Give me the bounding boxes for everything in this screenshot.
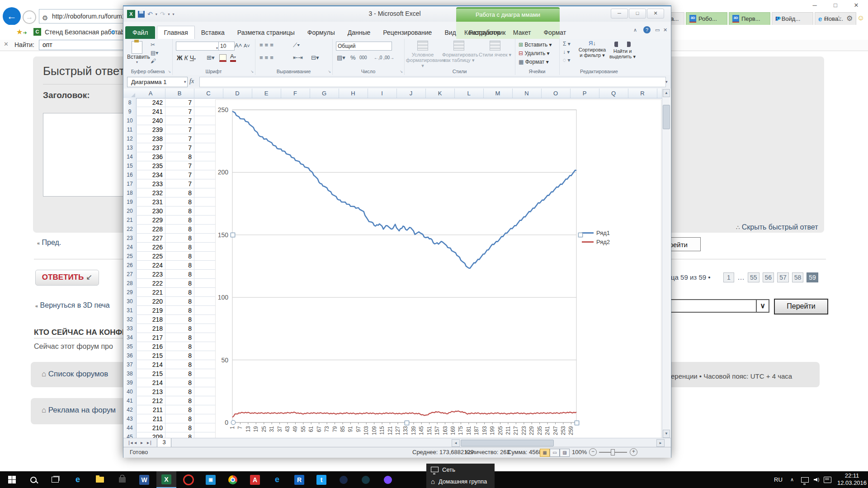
horizontal-scroll-thumb[interactable] <box>461 440 554 446</box>
column-header-R[interactable]: R <box>628 89 657 98</box>
clear-icon[interactable]: ◌ ▾ <box>563 57 571 64</box>
cell-A31[interactable]: 219 <box>136 306 165 315</box>
smiley-icon[interactable]: ☺ <box>857 14 864 22</box>
excel-close-button[interactable]: ✕ <box>647 9 664 19</box>
ribbon-tab-Главная[interactable]: Главная <box>157 26 194 39</box>
ribbon-tab-Вставка[interactable]: Вставка <box>195 26 231 39</box>
taskbar-app-file-explorer[interactable] <box>90 471 110 488</box>
cell-A32[interactable]: 218 <box>136 315 165 324</box>
cell-A26[interactable]: 224 <box>136 261 165 270</box>
column-header-P[interactable]: P <box>570 89 599 98</box>
taskbar-app-twitter[interactable]: t <box>311 471 331 488</box>
notifications-icon[interactable] <box>824 471 831 488</box>
column-header-G[interactable]: G <box>310 89 339 98</box>
cell-B29[interactable]: 8 <box>165 288 194 297</box>
column-header-K[interactable]: K <box>425 89 455 98</box>
taskbar-app-app-purple[interactable] <box>378 471 398 488</box>
column-header-E[interactable]: E <box>252 89 281 98</box>
start-button[interactable] <box>2 471 22 488</box>
selection-handle[interactable] <box>405 421 409 425</box>
network-icon[interactable] <box>801 471 809 488</box>
row-header-21[interactable]: 21 <box>123 216 137 225</box>
cell-A43[interactable]: 211 <box>136 414 165 423</box>
row-header-14[interactable]: 14 <box>123 152 137 162</box>
undo-icon[interactable]: ↶ <box>147 10 153 18</box>
column-header-A[interactable]: A <box>136 89 165 98</box>
cell-B42[interactable]: 8 <box>165 405 194 414</box>
row-header-44[interactable]: 44 <box>123 423 137 433</box>
home-icon[interactable]: ⌂ <box>824 14 828 22</box>
cell-B44[interactable]: 8 <box>165 423 194 432</box>
goto-button[interactable]: Перейти <box>774 299 828 314</box>
cell-A16[interactable]: 234 <box>136 170 165 179</box>
row-header-25[interactable]: 25 <box>123 252 137 261</box>
cell-A21[interactable]: 229 <box>136 216 165 225</box>
row-header-43[interactable]: 43 <box>123 414 137 424</box>
taskbar-app-photos[interactable]: ▣ <box>201 471 221 488</box>
row-header-45[interactable]: 45 <box>123 432 137 438</box>
row-header-32[interactable]: 32 <box>123 315 137 324</box>
clock[interactable]: 22:11 12.03.2016 <box>837 472 867 488</box>
format-as-table-button[interactable]: Форматировать как таблицу ▾ <box>442 41 476 63</box>
fx-icon[interactable]: fx <box>189 78 194 85</box>
taskbar-app-app-dark-2[interactable] <box>356 471 376 488</box>
vertical-align-icons[interactable]: ≡≡≡ <box>259 42 275 48</box>
cell-B10[interactable]: 7 <box>165 116 194 125</box>
cut-icon[interactable]: ✂ <box>151 42 155 48</box>
percent-icon[interactable]: % <box>350 54 356 61</box>
column-header-H[interactable]: H <box>339 89 368 98</box>
cell-A44[interactable]: 210 <box>136 423 165 432</box>
row-header-23[interactable]: 23 <box>123 234 137 243</box>
cell-B13[interactable]: 7 <box>165 143 194 152</box>
row-header-16[interactable]: 16 <box>123 170 137 180</box>
taskbar-app-app-red-a[interactable]: A <box>245 471 265 488</box>
volume-icon[interactable]: ) <box>814 471 819 488</box>
cell-B12[interactable]: 7 <box>165 134 194 143</box>
column-header-B[interactable]: B <box>165 89 194 98</box>
sheet-nav-first-icon[interactable]: ❘◂ <box>127 440 132 445</box>
cell-A15[interactable]: 235 <box>136 161 165 170</box>
cell-A14[interactable]: 236 <box>136 152 165 161</box>
chart-object[interactable]: 0501001502002501713192531374349556167737… <box>215 99 661 438</box>
row-header-22[interactable]: 22 <box>123 225 137 234</box>
cell-A27[interactable]: 223 <box>136 270 165 279</box>
cell-A33[interactable]: 218 <box>136 324 165 333</box>
cell-A11[interactable]: 239 <box>136 125 165 134</box>
row-header-41[interactable]: 41 <box>123 396 137 406</box>
fill-icon[interactable]: ↓ ▾ <box>563 49 570 56</box>
cell-B38[interactable]: 8 <box>165 369 194 378</box>
row-header-20[interactable]: 20 <box>123 206 137 216</box>
browser-back-button[interactable]: ← <box>3 7 21 25</box>
scroll-up-icon[interactable]: ▲ <box>663 89 670 97</box>
cell-B33[interactable]: 8 <box>165 324 194 333</box>
forum-list-link[interactable]: ⌂ Список форумов <box>42 370 108 379</box>
column-header-I[interactable]: I <box>368 89 397 98</box>
cell-A28[interactable]: 222 <box>136 279 165 288</box>
selection-handle[interactable] <box>231 420 236 425</box>
sheet-tab-3[interactable]: 3 <box>157 438 171 447</box>
series-Ряд2[interactable] <box>232 411 576 417</box>
bold-italic-underline-buttons[interactable]: Ж К Ч▾ <box>177 54 196 61</box>
browser-forward-button[interactable]: → <box>23 10 36 24</box>
cell-B17[interactable]: 7 <box>165 179 194 188</box>
vertical-scrollbar[interactable]: ▲ ▼ <box>662 89 670 438</box>
cell-B23[interactable]: 8 <box>165 234 194 243</box>
cell-B15[interactable]: 7 <box>165 161 194 170</box>
row-header-28[interactable]: 28 <box>123 279 137 288</box>
ribbon-tab-Формулы[interactable]: Формулы <box>301 26 341 39</box>
legend-item-Ряд2[interactable]: Ряд2 <box>582 237 610 246</box>
fill-color-icon[interactable] <box>219 54 226 62</box>
redo-icon[interactable]: ↷ <box>160 10 165 18</box>
row-header-33[interactable]: 33 <box>123 324 137 333</box>
conditional-formatting-button[interactable]: Условное форматирование ▾ <box>406 41 439 68</box>
ribbon-tab-Рецензирование[interactable]: Рецензирование <box>377 26 438 39</box>
worksheet[interactable]: ABCDEFGHIJKLMNOPQR 824279241710240711239… <box>123 89 671 438</box>
merge-center-icon[interactable]: ⊟▾ <box>311 54 319 61</box>
cell-B19[interactable]: 8 <box>165 197 194 206</box>
row-header-19[interactable]: 19 <box>123 197 137 207</box>
sheet-nav-next-icon[interactable]: ▸ <box>141 440 142 445</box>
row-header-34[interactable]: 34 <box>123 333 137 343</box>
task-view-button[interactable] <box>45 471 65 488</box>
row-header-8[interactable]: 8 <box>123 98 137 108</box>
select-all-corner[interactable] <box>123 89 137 99</box>
